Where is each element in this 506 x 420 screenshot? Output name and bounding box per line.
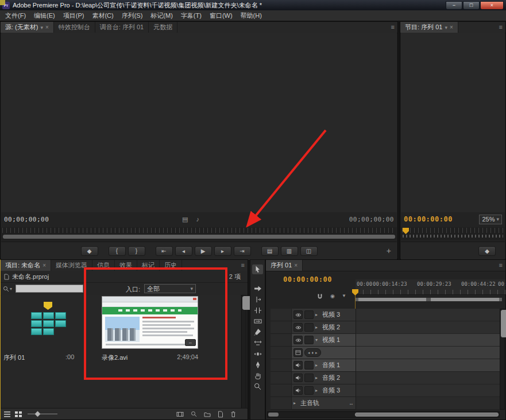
sync-lock-icon[interactable]	[304, 386, 314, 395]
timeline-vertical-scrollbar[interactable]	[500, 309, 505, 410]
search-dropdown-icon[interactable]: ▾	[10, 286, 12, 291]
drag-audio-icon[interactable]: ♪	[196, 216, 199, 223]
track-lane-master[interactable]	[356, 397, 501, 410]
collapse-icon[interactable]: ▾	[315, 337, 320, 343]
track-lane-audio2[interactable]	[356, 372, 501, 384]
menu-title[interactable]: 字幕(T)	[177, 11, 206, 20]
menu-project[interactable]: 项目(P)	[59, 11, 88, 20]
step-back-button[interactable]: ◂	[175, 246, 192, 256]
sync-lock-icon[interactable]	[304, 323, 314, 332]
menu-help[interactable]: 帮助(H)	[237, 11, 266, 20]
maximize-button[interactable]: □	[463, 1, 480, 10]
project-item-name[interactable]: 录像2.avi	[102, 353, 128, 362]
menu-file[interactable]: 文件(F)	[1, 11, 30, 20]
collapse-icon[interactable]: ▸	[293, 400, 299, 406]
panel-menu-icon[interactable]: ≡	[499, 24, 503, 30]
source-time-ruler[interactable]	[2, 228, 396, 233]
clear-trash-icon[interactable]	[230, 411, 236, 418]
add-marker-button[interactable]: ◆	[81, 246, 98, 256]
timeline-ruler[interactable]: 00:00 00:00:14:23 00:00:29:23 00:00:44:2…	[356, 279, 505, 295]
tab-effects[interactable]: 效果	[115, 260, 137, 271]
project-item-sequence[interactable]	[31, 302, 69, 347]
track-lane-audio1[interactable]	[356, 359, 501, 372]
menu-sequence[interactable]: 序列(S)	[118, 11, 147, 20]
menu-marker[interactable]: 标记(M)	[146, 11, 177, 20]
sync-lock-icon[interactable]	[304, 336, 314, 344]
set-marker-icon[interactable]: ▼	[342, 293, 346, 298]
tab-history[interactable]: 历史	[160, 260, 182, 271]
collapse-icon[interactable]: ▸	[315, 375, 320, 380]
track-lane-video2[interactable]	[356, 321, 501, 334]
toggle-track-output-icon[interactable]	[293, 323, 303, 332]
sync-lock-icon[interactable]	[304, 361, 314, 370]
mark-in-button[interactable]: {	[109, 246, 126, 256]
automate-to-sequence-icon[interactable]	[176, 411, 184, 417]
icon-view-icon[interactable]	[15, 411, 22, 417]
list-view-icon[interactable]	[4, 411, 10, 417]
slip-tool[interactable]	[252, 338, 263, 348]
sync-lock-icon[interactable]	[304, 374, 314, 382]
razor-tool[interactable]	[252, 327, 263, 337]
minimize-button[interactable]: −	[446, 1, 462, 10]
rolling-edit-tool[interactable]	[252, 305, 263, 315]
set-chapter-marker-icon[interactable]: ◉	[330, 293, 335, 299]
next-keyframe-icon[interactable]: ▸	[315, 351, 318, 355]
toggle-track-output-icon[interactable]	[293, 374, 303, 382]
project-item-name[interactable]: 序列 01	[3, 353, 25, 362]
tab-effect-controls[interactable]: 特效控制台	[54, 22, 95, 33]
close-button[interactable]: ×	[480, 1, 504, 10]
panel-menu-icon[interactable]: ≡	[391, 24, 395, 30]
tab-media-browser[interactable]: 媒体浏览器	[51, 260, 92, 271]
scrollbar-thumb[interactable]	[355, 413, 499, 417]
menu-clip[interactable]: 素材(C)	[88, 11, 117, 20]
export-frame-button[interactable]: ◫	[300, 246, 318, 256]
program-time-ruler[interactable]	[402, 228, 504, 233]
keyframe-navigator[interactable]: ◂ ♦ ▸	[304, 348, 321, 357]
source-zoom-scrollbar[interactable]	[3, 235, 395, 239]
timeline-timecode[interactable]: 00:00:00:00	[283, 275, 332, 283]
selection-tool[interactable]	[252, 265, 263, 274]
tab-program[interactable]: 节目: 序列 01 ▾ ×	[400, 22, 458, 33]
play-button[interactable]: ▶	[195, 246, 212, 256]
add-marker-button[interactable]: ◆	[478, 246, 496, 256]
previous-keyframe-icon[interactable]: ◂	[308, 351, 310, 355]
track-lane-video1-keyframes[interactable]	[356, 347, 501, 359]
add-keyframe-icon[interactable]: ♦	[312, 351, 314, 355]
step-forward-button[interactable]: ▸	[214, 246, 231, 256]
project-vertical-scrollbar[interactable]	[241, 295, 246, 409]
collapse-icon[interactable]: ▸	[315, 312, 320, 317]
pen-tool[interactable]	[252, 360, 263, 370]
collapse-icon[interactable]: ▸	[315, 363, 320, 368]
zoom-tool[interactable]	[252, 382, 263, 391]
mark-out-button[interactable]: }	[128, 246, 145, 256]
set-display-style-icon[interactable]	[293, 348, 303, 357]
toggle-track-output-icon[interactable]	[293, 310, 303, 319]
snap-icon[interactable]	[316, 293, 323, 300]
zoom-handle[interactable]	[268, 413, 279, 417]
new-bin-icon[interactable]	[204, 411, 211, 417]
tab-close-icon[interactable]: ×	[294, 262, 298, 269]
track-select-tool[interactable]	[252, 283, 263, 293]
go-to-in-button[interactable]: ⇤	[156, 246, 173, 256]
ripple-edit-tool[interactable]	[252, 294, 263, 304]
scrollbar-thumb[interactable]	[501, 310, 506, 337]
toggle-track-output-icon[interactable]	[293, 361, 303, 370]
program-scrubber[interactable]	[401, 227, 505, 240]
project-item-clip-thumbnail[interactable]: ↔	[102, 296, 198, 349]
tab-markers[interactable]: 标记	[137, 260, 160, 271]
slide-tool[interactable]	[252, 349, 263, 359]
panel-menu-icon[interactable]: ≡	[499, 262, 503, 269]
program-playhead[interactable]	[403, 228, 409, 234]
timeline-horizontal-scrollbar[interactable]	[267, 411, 500, 418]
overwrite-button[interactable]: ▥	[281, 246, 298, 256]
source-scrubber[interactable]	[1, 227, 397, 240]
find-icon[interactable]	[191, 411, 197, 417]
drag-video-icon[interactable]: ▤	[182, 216, 188, 223]
tab-dropdown-icon[interactable]: ▾	[40, 25, 43, 30]
search-input[interactable]	[16, 285, 83, 293]
tab-dropdown-icon[interactable]: ▾	[445, 25, 447, 30]
button-editor-plus[interactable]: +	[387, 247, 391, 255]
track-lane-audio3[interactable]	[356, 384, 501, 397]
tab-info[interactable]: 信息	[92, 260, 115, 271]
tab-metadata[interactable]: 元数据	[149, 22, 177, 33]
